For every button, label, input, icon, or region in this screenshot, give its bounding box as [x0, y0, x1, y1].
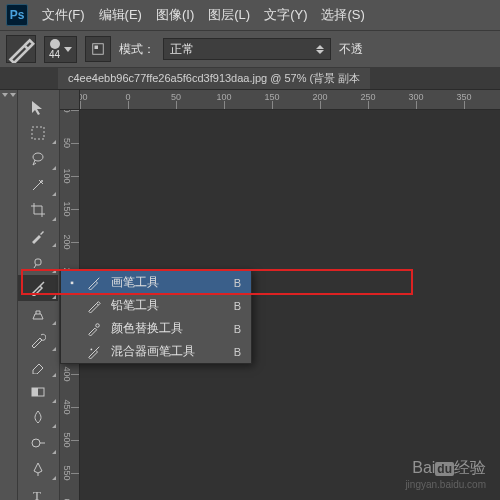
- menu-file[interactable]: 文件(F): [42, 6, 85, 24]
- brush-size-value: 44: [49, 49, 60, 60]
- brush-tool-flyout: ▪ 画笔工具 B 铅笔工具 B 颜色替换工具 B 混合器画笔工具 B: [60, 270, 252, 364]
- svg-rect-1: [95, 46, 99, 50]
- flyout-item-shortcut: B: [234, 346, 241, 358]
- color-replace-icon: [85, 322, 103, 336]
- watermark: Baidu经验 jingyan.baidu.com: [405, 458, 486, 490]
- type-tool[interactable]: T: [18, 482, 58, 500]
- flyout-pencil-tool[interactable]: 铅笔工具 B: [61, 294, 251, 317]
- menu-select[interactable]: 选择(S): [321, 6, 364, 24]
- flyout-item-shortcut: B: [234, 323, 241, 335]
- healing-brush-tool[interactable]: [18, 249, 58, 275]
- brush-panel-toggle[interactable]: [85, 36, 111, 62]
- tool-preset-button[interactable]: [6, 35, 36, 63]
- toolbox: T: [18, 90, 60, 500]
- chevron-down-icon: [64, 47, 72, 52]
- flyout-color-replace-tool[interactable]: 颜色替换工具 B: [61, 317, 251, 340]
- flyout-item-label: 铅笔工具: [111, 297, 212, 314]
- document-tab[interactable]: c4ee4ebb96c77ffe26a5f6cd3f913daa.jpg @ 5…: [58, 68, 370, 89]
- mode-label: 模式：: [119, 41, 155, 58]
- opacity-label: 不透: [339, 41, 363, 58]
- pencil-icon: [85, 299, 103, 313]
- flyout-item-label: 颜色替换工具: [111, 320, 212, 337]
- marquee-tool[interactable]: [18, 120, 58, 146]
- check-icon: ▪: [67, 277, 77, 288]
- move-tool[interactable]: [18, 94, 58, 120]
- crop-tool[interactable]: [18, 198, 58, 224]
- menu-edit[interactable]: 编辑(E): [99, 6, 142, 24]
- flyout-item-label: 混合器画笔工具: [111, 343, 212, 360]
- flyout-item-shortcut: B: [234, 300, 241, 312]
- flyout-mixer-brush-tool[interactable]: 混合器画笔工具 B: [61, 340, 251, 363]
- menu-image[interactable]: 图像(I): [156, 6, 194, 24]
- toolbox-collapse-strip[interactable]: [0, 90, 18, 500]
- pen-tool[interactable]: [18, 456, 58, 482]
- menu-text[interactable]: 文字(Y): [264, 6, 307, 24]
- svg-rect-5: [35, 259, 41, 265]
- app-logo: Ps: [6, 4, 28, 26]
- svg-rect-7: [32, 388, 38, 396]
- ruler-horizontal[interactable]: 500050100150200250300350400: [60, 90, 500, 110]
- svg-point-8: [32, 439, 40, 447]
- lasso-tool[interactable]: [18, 146, 58, 172]
- blur-tool[interactable]: [18, 405, 58, 431]
- blend-mode-select[interactable]: 正常: [163, 38, 331, 60]
- svg-point-3: [33, 153, 43, 161]
- brush-icon: [85, 276, 103, 290]
- svg-point-11: [91, 348, 93, 350]
- document-tab-bar: c4ee4ebb96c77ffe26a5f6cd3f913daa.jpg @ 5…: [0, 68, 500, 90]
- flyout-brush-tool[interactable]: ▪ 画笔工具 B: [61, 271, 251, 294]
- brush-tool[interactable]: [18, 275, 58, 301]
- menu-layer[interactable]: 图层(L): [208, 6, 250, 24]
- eyedropper-tool[interactable]: [18, 223, 58, 249]
- magic-wand-tool[interactable]: [18, 172, 58, 198]
- blend-mode-value: 正常: [170, 41, 194, 58]
- dodge-tool[interactable]: [18, 430, 58, 456]
- history-brush-tool[interactable]: [18, 327, 58, 353]
- svg-point-4: [41, 180, 43, 182]
- clone-stamp-tool[interactable]: [18, 301, 58, 327]
- brush-size-picker[interactable]: 44: [44, 36, 77, 63]
- svg-point-10: [96, 323, 100, 327]
- eraser-tool[interactable]: [18, 353, 58, 379]
- menu-bar: Ps 文件(F) 编辑(E) 图像(I) 图层(L) 文字(Y) 选择(S): [0, 0, 500, 30]
- gradient-tool[interactable]: [18, 379, 58, 405]
- mixer-brush-icon: [85, 345, 103, 359]
- svg-rect-2: [32, 127, 44, 139]
- flyout-item-shortcut: B: [234, 277, 241, 289]
- flyout-item-label: 画笔工具: [111, 274, 212, 291]
- options-bar: 44 模式： 正常 不透: [0, 30, 500, 68]
- svg-text:T: T: [33, 488, 41, 500]
